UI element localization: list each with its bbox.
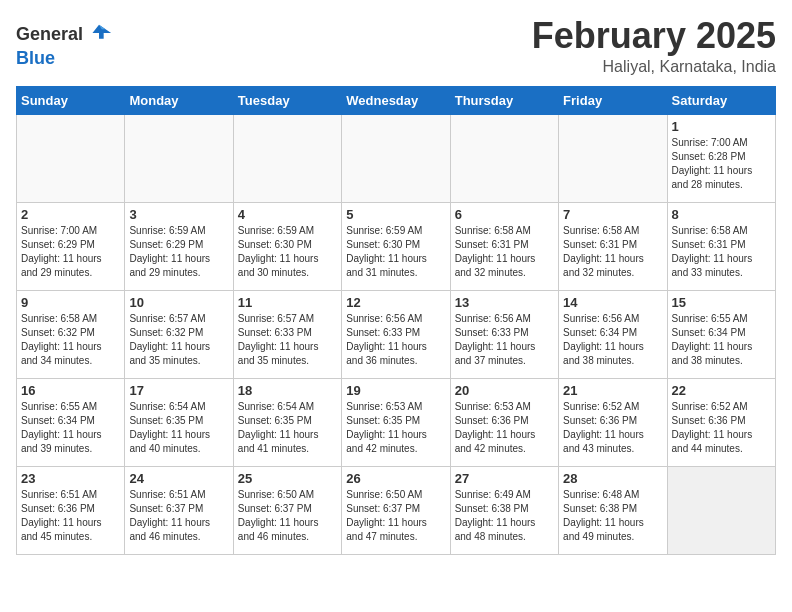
day-info: Sunrise: 6:51 AM Sunset: 6:37 PM Dayligh… (129, 488, 228, 544)
day-number: 6 (455, 207, 554, 222)
calendar-cell: 26Sunrise: 6:50 AM Sunset: 6:37 PM Dayli… (342, 466, 450, 554)
day-number: 7 (563, 207, 662, 222)
day-info: Sunrise: 6:53 AM Sunset: 6:36 PM Dayligh… (455, 400, 554, 456)
logo: General Blue (16, 20, 113, 69)
day-info: Sunrise: 6:52 AM Sunset: 6:36 PM Dayligh… (563, 400, 662, 456)
calendar-cell: 19Sunrise: 6:53 AM Sunset: 6:35 PM Dayli… (342, 378, 450, 466)
day-info: Sunrise: 6:58 AM Sunset: 6:32 PM Dayligh… (21, 312, 120, 368)
day-number: 28 (563, 471, 662, 486)
day-info: Sunrise: 6:58 AM Sunset: 6:31 PM Dayligh… (563, 224, 662, 280)
col-monday: Monday (125, 86, 233, 114)
day-number: 15 (672, 295, 771, 310)
day-number: 14 (563, 295, 662, 310)
day-number: 3 (129, 207, 228, 222)
day-number: 17 (129, 383, 228, 398)
calendar-cell: 6Sunrise: 6:58 AM Sunset: 6:31 PM Daylig… (450, 202, 558, 290)
day-number: 22 (672, 383, 771, 398)
day-number: 13 (455, 295, 554, 310)
col-sunday: Sunday (17, 86, 125, 114)
day-info: Sunrise: 6:57 AM Sunset: 6:33 PM Dayligh… (238, 312, 337, 368)
calendar-cell: 3Sunrise: 6:59 AM Sunset: 6:29 PM Daylig… (125, 202, 233, 290)
calendar-cell (342, 114, 450, 202)
day-info: Sunrise: 6:56 AM Sunset: 6:33 PM Dayligh… (346, 312, 445, 368)
day-info: Sunrise: 6:57 AM Sunset: 6:32 PM Dayligh… (129, 312, 228, 368)
calendar-cell: 27Sunrise: 6:49 AM Sunset: 6:38 PM Dayli… (450, 466, 558, 554)
calendar-cell: 23Sunrise: 6:51 AM Sunset: 6:36 PM Dayli… (17, 466, 125, 554)
calendar-cell: 28Sunrise: 6:48 AM Sunset: 6:38 PM Dayli… (559, 466, 667, 554)
week-row-1: 2Sunrise: 7:00 AM Sunset: 6:29 PM Daylig… (17, 202, 776, 290)
calendar-cell: 10Sunrise: 6:57 AM Sunset: 6:32 PM Dayli… (125, 290, 233, 378)
calendar-cell: 5Sunrise: 6:59 AM Sunset: 6:30 PM Daylig… (342, 202, 450, 290)
day-info: Sunrise: 6:56 AM Sunset: 6:33 PM Dayligh… (455, 312, 554, 368)
day-info: Sunrise: 6:54 AM Sunset: 6:35 PM Dayligh… (129, 400, 228, 456)
day-info: Sunrise: 6:49 AM Sunset: 6:38 PM Dayligh… (455, 488, 554, 544)
week-row-4: 23Sunrise: 6:51 AM Sunset: 6:36 PM Dayli… (17, 466, 776, 554)
day-info: Sunrise: 6:55 AM Sunset: 6:34 PM Dayligh… (672, 312, 771, 368)
day-number: 8 (672, 207, 771, 222)
col-thursday: Thursday (450, 86, 558, 114)
day-info: Sunrise: 6:58 AM Sunset: 6:31 PM Dayligh… (455, 224, 554, 280)
calendar-cell (125, 114, 233, 202)
calendar-cell: 12Sunrise: 6:56 AM Sunset: 6:33 PM Dayli… (342, 290, 450, 378)
calendar-cell: 1Sunrise: 7:00 AM Sunset: 6:28 PM Daylig… (667, 114, 775, 202)
col-saturday: Saturday (667, 86, 775, 114)
logo-blue: Blue (16, 48, 55, 68)
logo-general: General (16, 24, 83, 45)
calendar-cell (450, 114, 558, 202)
calendar-cell (17, 114, 125, 202)
calendar-cell: 15Sunrise: 6:55 AM Sunset: 6:34 PM Dayli… (667, 290, 775, 378)
day-info: Sunrise: 6:56 AM Sunset: 6:34 PM Dayligh… (563, 312, 662, 368)
day-info: Sunrise: 6:53 AM Sunset: 6:35 PM Dayligh… (346, 400, 445, 456)
day-info: Sunrise: 7:00 AM Sunset: 6:29 PM Dayligh… (21, 224, 120, 280)
day-info: Sunrise: 6:51 AM Sunset: 6:36 PM Dayligh… (21, 488, 120, 544)
day-info: Sunrise: 6:58 AM Sunset: 6:31 PM Dayligh… (672, 224, 771, 280)
col-tuesday: Tuesday (233, 86, 341, 114)
day-number: 1 (672, 119, 771, 134)
calendar-title: February 2025 (532, 16, 776, 56)
page-header: General Blue February 2025 Haliyal, Karn… (16, 16, 776, 76)
day-info: Sunrise: 6:50 AM Sunset: 6:37 PM Dayligh… (238, 488, 337, 544)
calendar-cell (559, 114, 667, 202)
calendar-cell: 20Sunrise: 6:53 AM Sunset: 6:36 PM Dayli… (450, 378, 558, 466)
calendar-cell: 8Sunrise: 6:58 AM Sunset: 6:31 PM Daylig… (667, 202, 775, 290)
day-number: 9 (21, 295, 120, 310)
calendar-cell: 9Sunrise: 6:58 AM Sunset: 6:32 PM Daylig… (17, 290, 125, 378)
calendar-cell: 24Sunrise: 6:51 AM Sunset: 6:37 PM Dayli… (125, 466, 233, 554)
col-friday: Friday (559, 86, 667, 114)
day-info: Sunrise: 6:55 AM Sunset: 6:34 PM Dayligh… (21, 400, 120, 456)
day-number: 23 (21, 471, 120, 486)
day-info: Sunrise: 6:59 AM Sunset: 6:30 PM Dayligh… (238, 224, 337, 280)
week-row-3: 16Sunrise: 6:55 AM Sunset: 6:34 PM Dayli… (17, 378, 776, 466)
day-info: Sunrise: 6:54 AM Sunset: 6:35 PM Dayligh… (238, 400, 337, 456)
day-number: 18 (238, 383, 337, 398)
day-number: 11 (238, 295, 337, 310)
calendar-cell: 4Sunrise: 6:59 AM Sunset: 6:30 PM Daylig… (233, 202, 341, 290)
day-number: 25 (238, 471, 337, 486)
calendar-subtitle: Haliyal, Karnataka, India (532, 58, 776, 76)
logo-bird-icon (85, 20, 113, 48)
day-number: 16 (21, 383, 120, 398)
day-number: 27 (455, 471, 554, 486)
day-number: 2 (21, 207, 120, 222)
calendar-cell: 7Sunrise: 6:58 AM Sunset: 6:31 PM Daylig… (559, 202, 667, 290)
week-row-0: 1Sunrise: 7:00 AM Sunset: 6:28 PM Daylig… (17, 114, 776, 202)
day-number: 10 (129, 295, 228, 310)
calendar-cell: 14Sunrise: 6:56 AM Sunset: 6:34 PM Dayli… (559, 290, 667, 378)
calendar-cell: 18Sunrise: 6:54 AM Sunset: 6:35 PM Dayli… (233, 378, 341, 466)
day-number: 26 (346, 471, 445, 486)
day-number: 19 (346, 383, 445, 398)
day-number: 20 (455, 383, 554, 398)
day-number: 5 (346, 207, 445, 222)
day-info: Sunrise: 6:59 AM Sunset: 6:30 PM Dayligh… (346, 224, 445, 280)
calendar-cell: 25Sunrise: 6:50 AM Sunset: 6:37 PM Dayli… (233, 466, 341, 554)
calendar-cell (233, 114, 341, 202)
calendar-table: Sunday Monday Tuesday Wednesday Thursday… (16, 86, 776, 555)
calendar-cell: 21Sunrise: 6:52 AM Sunset: 6:36 PM Dayli… (559, 378, 667, 466)
day-info: Sunrise: 6:59 AM Sunset: 6:29 PM Dayligh… (129, 224, 228, 280)
calendar-cell: 17Sunrise: 6:54 AM Sunset: 6:35 PM Dayli… (125, 378, 233, 466)
calendar-cell: 2Sunrise: 7:00 AM Sunset: 6:29 PM Daylig… (17, 202, 125, 290)
calendar-cell (667, 466, 775, 554)
day-number: 4 (238, 207, 337, 222)
day-info: Sunrise: 7:00 AM Sunset: 6:28 PM Dayligh… (672, 136, 771, 192)
day-info: Sunrise: 6:48 AM Sunset: 6:38 PM Dayligh… (563, 488, 662, 544)
